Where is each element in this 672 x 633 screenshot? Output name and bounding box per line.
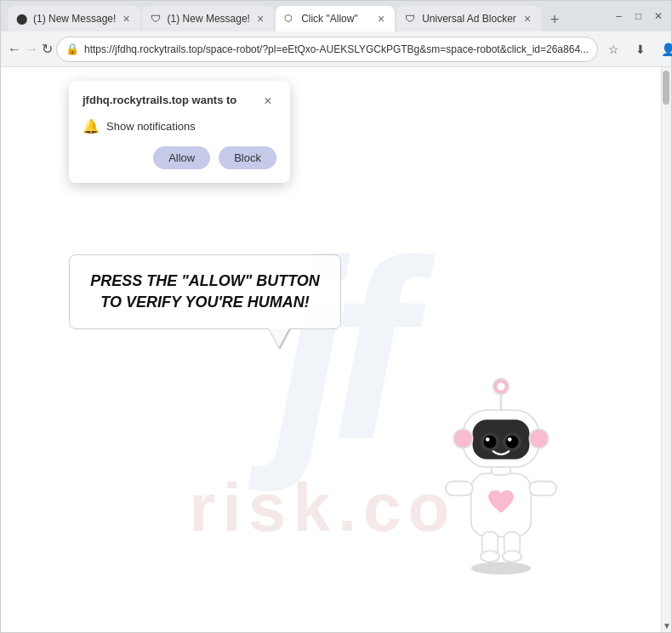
address-bar-row: ← → ↻ 🔒 https://jfdhq.rockytrails.top/sp… [1, 31, 671, 67]
popup-header: jfdhq.rockytrails.top wants to × [83, 93, 276, 110]
tab-2-title: (1) New Message! [168, 13, 250, 25]
tab-3-favicon: ⬡ [284, 13, 296, 25]
window-controls: – □ ✕ [606, 10, 664, 23]
close-button[interactable]: ✕ [652, 10, 664, 23]
scrollbar[interactable]: ▲ ▼ [661, 67, 671, 632]
svg-point-17 [453, 429, 472, 448]
bell-icon: 🔔 [83, 118, 100, 134]
svg-point-13 [484, 436, 497, 448]
svg-point-18 [529, 429, 548, 448]
svg-rect-3 [529, 482, 556, 496]
notification-row: 🔔 Show notifications [83, 118, 276, 134]
speech-bubble: PRESS THE "ALLOW" BUTTON TO VERIFY YOU'R… [69, 254, 341, 329]
svg-point-15 [486, 437, 490, 442]
toolbar-icons: ☆ ⬇ 👤 ⋮ [601, 37, 672, 61]
page-content: jf risk.co jfdhq.rockytrails.top wants t… [1, 67, 671, 632]
tab-2-favicon: 🛡 [151, 13, 162, 25]
tab-1-title: (1) New Message! [33, 13, 116, 25]
block-button[interactable]: Block [219, 146, 276, 169]
tab-3-close[interactable]: × [376, 10, 386, 27]
tab-1-favicon: ⬤ [16, 13, 28, 25]
tab-3-title: Click "Allow" [301, 13, 371, 25]
title-bar: ⬤ (1) New Message! × 🛡 (1) New Message! … [1, 1, 671, 31]
download-button[interactable]: ⬇ [629, 37, 652, 61]
browser-window: ⬤ (1) New Message! × 🛡 (1) New Message! … [0, 0, 672, 633]
notification-label: Show notifications [106, 120, 196, 133]
robot-illustration [416, 356, 586, 581]
reload-button[interactable]: ↻ [42, 37, 53, 61]
tab-4[interactable]: 🛡 Universal Ad Blocker × [396, 6, 541, 31]
tab-3[interactable]: ⬡ Click "Allow" × [276, 6, 395, 31]
svg-point-14 [506, 436, 519, 448]
speech-area: PRESS THE "ALLOW" BUTTON TO VERIFY YOU'R… [69, 254, 341, 329]
popup-close-button[interactable]: × [259, 93, 276, 110]
tab-1[interactable]: ⬤ (1) New Message! × [8, 6, 140, 31]
tab-2[interactable]: 🛡 (1) New Message! × [142, 6, 275, 31]
tab-strip: ⬤ (1) New Message! × 🛡 (1) New Message! … [8, 1, 606, 31]
tab-2-close[interactable]: × [255, 10, 265, 27]
watermark-jf: jf [275, 202, 396, 497]
svg-point-0 [471, 562, 532, 574]
svg-rect-2 [446, 482, 473, 496]
tab-4-close[interactable]: × [522, 10, 532, 27]
permission-popup: jfdhq.rockytrails.top wants to × 🔔 Show … [69, 81, 290, 183]
back-button[interactable]: ← [8, 37, 21, 61]
address-bar[interactable]: 🔒 https://jfdhq.rockytrails.top/space-ro… [56, 37, 598, 62]
tab-4-favicon: 🛡 [405, 13, 417, 25]
minimize-button[interactable]: – [612, 10, 625, 23]
svg-point-6 [481, 550, 499, 562]
tab-1-close[interactable]: × [121, 10, 131, 27]
bookmark-star-button[interactable]: ☆ [601, 37, 625, 61]
svg-point-16 [508, 437, 512, 442]
robot-svg [416, 356, 586, 578]
allow-button[interactable]: Allow [153, 146, 210, 169]
svg-point-21 [497, 383, 504, 391]
scroll-down-button[interactable]: ▼ [662, 619, 671, 632]
maximize-button[interactable]: □ [632, 10, 645, 23]
bubble-text: PRESS THE "ALLOW" BUTTON TO VERIFY YOU'R… [90, 272, 320, 311]
svg-point-7 [503, 550, 521, 562]
scrollbar-thumb[interactable] [663, 71, 669, 105]
profile-button[interactable]: 👤 [656, 37, 672, 61]
popup-buttons: Allow Block [83, 146, 276, 169]
new-tab-button[interactable]: + [543, 8, 567, 31]
url-text: https://jfdhq.rockytrails.top/space-robo… [84, 43, 589, 55]
lock-icon: 🔒 [65, 43, 79, 55]
tab-4-title: Universal Ad Blocker [422, 13, 517, 25]
popup-title: jfdhq.rockytrails.top wants to [83, 93, 236, 108]
forward-button[interactable]: → [25, 37, 38, 61]
